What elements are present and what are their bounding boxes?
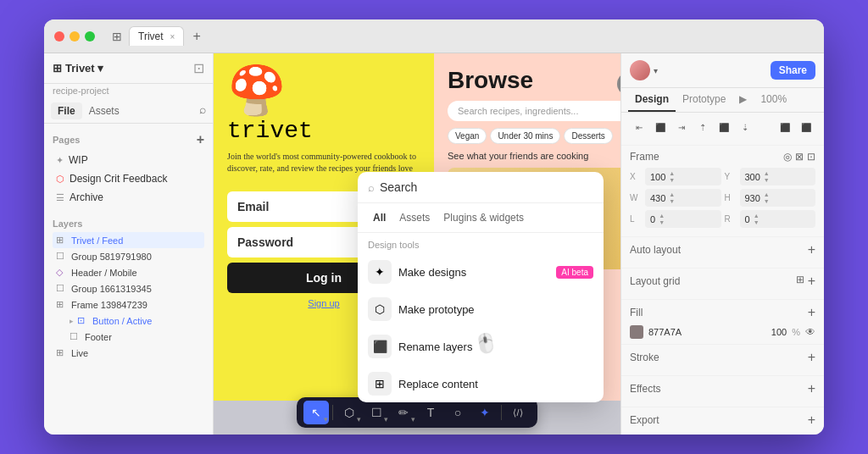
fill-opacity-value[interactable]: 100 bbox=[761, 327, 787, 337]
x-stepper[interactable]: ▲▼ bbox=[669, 170, 675, 183]
h-stepper[interactable]: ▲▼ bbox=[764, 191, 770, 204]
r-stepper[interactable]: ▲▼ bbox=[754, 213, 760, 225]
shape-tool-button[interactable]: ☐ ▾ bbox=[364, 401, 389, 424]
popup-item-replace-content[interactable]: ⊞ Replace content bbox=[358, 365, 604, 402]
make-prototype-icon: ⬡ bbox=[368, 297, 392, 321]
export-add-icon[interactable]: + bbox=[808, 412, 815, 428]
popup-search-bar[interactable]: ⌕ Search bbox=[358, 172, 604, 203]
tag-30min[interactable]: Under 30 mins bbox=[490, 128, 560, 144]
layer-rect2-icon: ☐ bbox=[56, 283, 68, 294]
tag-desserts[interactable]: Desserts bbox=[564, 128, 612, 144]
rp-tab-design[interactable]: Design bbox=[628, 88, 676, 112]
effects-add-icon[interactable]: + bbox=[808, 381, 815, 396]
popup-search-icon: ⌕ bbox=[368, 181, 375, 194]
stroke-add-icon[interactable]: + bbox=[808, 350, 815, 365]
frame-circle-icon[interactable]: ◎ bbox=[783, 151, 792, 163]
distribute-h-btn[interactable]: ⬛ bbox=[776, 118, 794, 136]
effects-header: Effects + bbox=[630, 381, 815, 396]
popup-tab-plugins[interactable]: Plugins & widgets bbox=[437, 208, 531, 227]
minimize-button[interactable] bbox=[70, 31, 80, 42]
alignment-section: ⇤ ⬛ ⇥ ⇡ ⬛ ⇣ ⬛ ⬛ bbox=[621, 113, 824, 146]
layer-group-2[interactable]: ☐ Group 1661319345 bbox=[53, 280, 204, 296]
select-tool-button[interactable]: ↖ ▾ bbox=[303, 401, 329, 424]
r-field[interactable]: 0 ▲▼ bbox=[740, 210, 816, 228]
recipe-search-bar[interactable]: Search recipes, ingredients... › bbox=[448, 101, 620, 121]
canvas[interactable]: 🍄 trivet Join the world's most community… bbox=[214, 53, 620, 435]
right-panel-tabs: Design Prototype ▶ 100% bbox=[621, 88, 824, 113]
page-item-wip[interactable]: ✦ WIP bbox=[53, 151, 204, 169]
sidebar-collapse-icon[interactable]: ⊡ bbox=[193, 60, 204, 76]
page-item-design-crit[interactable]: ⬡ Design Crit Feedback bbox=[53, 169, 204, 188]
layer-button-active[interactable]: ▸ ⊡ Button / Active bbox=[66, 313, 204, 329]
w-field[interactable]: 430 ▲▼ bbox=[645, 189, 721, 207]
user-dropdown-icon[interactable]: ▾ bbox=[654, 66, 658, 75]
new-tab-button[interactable]: + bbox=[187, 29, 205, 44]
layer-component-icon: ⊡ bbox=[77, 315, 89, 326]
align-right-btn[interactable]: ⇥ bbox=[672, 118, 691, 136]
workspace-label[interactable]: ⊞ Trivet ▾ bbox=[53, 62, 103, 75]
tag-vegan[interactable]: Vegan bbox=[448, 128, 487, 144]
ellipse-tool-button[interactable]: ○ bbox=[445, 401, 470, 424]
frame-grid-icon[interactable]: ⊠ bbox=[795, 151, 804, 163]
sidebar-tab-assets[interactable]: Assets bbox=[82, 102, 126, 119]
popup-item-rename-layers[interactable]: ⬛ Rename layers bbox=[358, 328, 604, 365]
y-field[interactable]: 300 ▲▼ bbox=[740, 168, 816, 185]
tab-trivet[interactable]: Trivet × bbox=[129, 26, 184, 46]
l-field[interactable]: 0 ▲▼ bbox=[645, 210, 721, 228]
w-stepper[interactable]: ▲▼ bbox=[669, 191, 675, 204]
layer-footer[interactable]: ☐ Footer bbox=[66, 329, 204, 345]
sidebar-search-icon[interactable]: ⌕ bbox=[199, 102, 206, 119]
page-item-archive[interactable]: ☰ Archive bbox=[53, 188, 204, 207]
fill-visibility-icon[interactable]: 👁 bbox=[805, 326, 815, 338]
popup-item-make-designs[interactable]: ✦ Make designs AI beta bbox=[358, 253, 604, 291]
sidebar-tab-file[interactable]: File bbox=[51, 102, 82, 119]
tab-area: ⊞ Trivet × + bbox=[112, 26, 206, 46]
tab-close-icon[interactable]: × bbox=[170, 32, 175, 42]
code-tool-button[interactable]: ⟨/⟩ bbox=[505, 401, 531, 424]
distribute-v-btn[interactable]: ⬛ bbox=[797, 118, 815, 136]
popup-tab-all[interactable]: All bbox=[366, 208, 392, 227]
rp-tab-prototype[interactable]: Prototype bbox=[676, 88, 732, 112]
layer-expand-icon: ▸ bbox=[70, 317, 74, 325]
y-stepper[interactable]: ▲▼ bbox=[764, 170, 770, 183]
align-center-h-btn[interactable]: ⬛ bbox=[651, 118, 670, 136]
frame-resize-icon[interactable]: ⊡ bbox=[807, 151, 815, 163]
layer-header-mobile[interactable]: ◇ Header / Mobile bbox=[53, 264, 204, 280]
popup-tab-assets[interactable]: Assets bbox=[392, 208, 437, 227]
layout-grid-icon[interactable]: ⊞ bbox=[796, 274, 804, 289]
left-sidebar: ⊞ Trivet ▾ ⊡ recipe-project File Assets … bbox=[44, 53, 214, 435]
wh-row: W 430 ▲▼ H 930 ▲▼ bbox=[630, 189, 815, 207]
align-left-btn[interactable]: ⇤ bbox=[630, 118, 648, 136]
text-tool-button[interactable]: T bbox=[418, 401, 443, 424]
layout-grid-add-icon[interactable]: + bbox=[808, 274, 815, 289]
plugin-tool-button[interactable]: ✦ bbox=[472, 401, 498, 424]
fill-add-icon[interactable]: + bbox=[808, 305, 815, 320]
l-stepper[interactable]: ▲▼ bbox=[659, 213, 665, 225]
pages-add-icon[interactable]: + bbox=[197, 132, 204, 147]
layer-trivet-feed[interactable]: ⊞ Trivet / Feed bbox=[53, 232, 204, 248]
popup-item-make-prototype[interactable]: ⬡ Make prototype bbox=[358, 291, 604, 328]
l-label: L bbox=[630, 214, 642, 224]
layer-frame[interactable]: ⊞ Frame 139847239 bbox=[53, 296, 204, 313]
align-center-v-btn[interactable]: ⬛ bbox=[715, 118, 733, 136]
h-field[interactable]: 930 ▲▼ bbox=[740, 189, 816, 207]
frame-tool-button[interactable]: ⬡ ▾ bbox=[337, 401, 362, 424]
pen-tool-button[interactable]: ✏ ▾ bbox=[391, 401, 416, 424]
rp-tab-play[interactable]: ▶ bbox=[732, 88, 754, 112]
fill-color-swatch[interactable] bbox=[630, 325, 643, 339]
frame-label: Frame bbox=[630, 151, 659, 163]
pages-label: Pages bbox=[53, 135, 80, 145]
layer-live[interactable]: ⊞ Live bbox=[53, 345, 204, 361]
close-button[interactable] bbox=[54, 31, 64, 42]
auto-layout-add-icon[interactable]: + bbox=[808, 242, 815, 257]
align-top-btn[interactable]: ⇡ bbox=[693, 118, 712, 136]
layer-group-1[interactable]: ☐ Group 5819791980 bbox=[53, 248, 204, 264]
fill-hex-value[interactable]: 877A7A bbox=[648, 327, 756, 337]
align-bottom-btn[interactable]: ⇣ bbox=[736, 118, 754, 136]
x-field[interactable]: 100 ▲▼ bbox=[645, 168, 721, 185]
popup-search-input[interactable]: Search bbox=[380, 180, 593, 194]
maximize-button[interactable] bbox=[85, 31, 95, 42]
share-button[interactable]: Share bbox=[771, 61, 815, 80]
project-name: recipe-project bbox=[44, 84, 213, 99]
rp-zoom[interactable]: 100% bbox=[754, 88, 793, 112]
